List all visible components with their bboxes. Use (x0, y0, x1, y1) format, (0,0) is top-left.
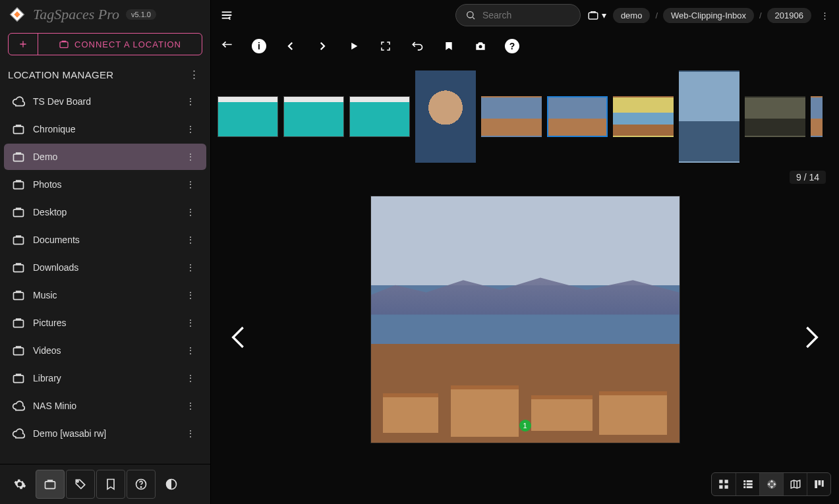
breadcrumb-item[interactable]: Web-Clipping-Inbox (663, 8, 754, 23)
gallery: 9 / 14 1 (211, 62, 839, 504)
search-input[interactable] (481, 9, 560, 21)
thumbnail[interactable] (283, 96, 344, 137)
settings-button[interactable] (5, 470, 34, 499)
app-version-badge: v5.1.0 (126, 9, 156, 20)
play-icon[interactable] (347, 39, 361, 53)
kanban-view-button[interactable] (807, 473, 830, 495)
topbar: ▾ demo / Web-Clipping-Inbox / 201906 ⋮ (211, 0, 839, 30)
briefcase-icon (12, 206, 25, 219)
location-item[interactable]: Videos ⋮ (4, 337, 206, 364)
toggle-sidebar-button[interactable] (217, 6, 236, 24)
briefcase-icon (12, 233, 25, 246)
location-item[interactable]: TS Dev Board ⋮ (4, 88, 206, 115)
location-label: Pictures (33, 318, 67, 328)
search-box[interactable] (455, 4, 581, 26)
location-menu-icon[interactable]: ⋮ (183, 290, 198, 300)
locations-tab-button[interactable] (36, 470, 65, 499)
svg-rect-31 (821, 480, 823, 487)
thumbnail[interactable] (349, 96, 410, 137)
location-menu-icon[interactable]: ⋮ (183, 235, 198, 245)
fullscreen-icon[interactable] (378, 39, 393, 53)
thumbnail[interactable] (613, 96, 674, 137)
location-menu-icon[interactable]: ⋮ (183, 318, 198, 328)
location-item[interactable]: Library ⋮ (4, 365, 206, 391)
list-view-button[interactable] (736, 473, 759, 495)
thumbnail[interactable] (811, 96, 823, 137)
gallery-view-button[interactable] (759, 473, 783, 495)
grid-view-button[interactable] (712, 473, 736, 495)
location-item[interactable]: Chronique ⋮ (4, 116, 206, 142)
bookmark-icon[interactable] (442, 39, 456, 53)
location-item[interactable]: Photos ⋮ (4, 171, 206, 198)
location-menu-icon[interactable]: ⋮ (183, 179, 198, 190)
cloud-icon (12, 427, 25, 440)
location-menu-icon[interactable]: ⋮ (183, 373, 198, 383)
location-menu-icon[interactable]: ⋮ (183, 401, 198, 411)
breadcrumb-menu-icon[interactable]: ⋮ (817, 11, 832, 20)
location-item[interactable]: Desktop ⋮ (4, 199, 206, 225)
next-image-button[interactable] (798, 316, 825, 358)
info-icon[interactable]: i (252, 39, 266, 53)
location-item[interactable]: Downloads ⋮ (4, 254, 206, 281)
location-menu-icon[interactable]: ⋮ (183, 207, 198, 217)
painting-placeholder (370, 196, 680, 443)
location-menu-icon[interactable]: ⋮ (183, 262, 198, 273)
svg-rect-5 (14, 237, 24, 244)
location-item[interactable]: Pictures ⋮ (4, 310, 206, 336)
svg-rect-6 (14, 265, 24, 272)
location-item[interactable]: NAS Minio ⋮ (4, 393, 206, 419)
location-item[interactable]: Demo ⋮ (4, 144, 206, 170)
thumbnail[interactable] (415, 70, 476, 163)
location-item[interactable]: Documents ⋮ (4, 227, 206, 253)
tags-tab-button[interactable] (66, 470, 95, 499)
connect-location-bar: CONNECT A LOCATION (8, 33, 202, 55)
tag-count-badge[interactable]: 1 (519, 420, 531, 432)
connect-location-label: CONNECT A LOCATION (74, 40, 181, 49)
redo-icon[interactable] (410, 39, 424, 53)
back-icon[interactable] (220, 39, 235, 53)
thumbnail[interactable] (679, 70, 739, 163)
location-menu-icon[interactable]: ⋮ (183, 152, 198, 162)
location-label: TS Dev Board (33, 96, 91, 107)
prev-icon[interactable] (283, 39, 298, 53)
svg-rect-26 (746, 484, 752, 486)
prev-image-button[interactable] (225, 316, 252, 358)
svg-rect-7 (14, 293, 24, 300)
connect-location-button[interactable]: CONNECT A LOCATION (38, 34, 202, 55)
location-item[interactable]: Music ⋮ (4, 282, 206, 308)
svg-rect-30 (818, 480, 821, 486)
cloud-icon (12, 399, 25, 412)
thumbnail[interactable] (481, 96, 542, 137)
thumbnail[interactable] (745, 96, 805, 137)
add-location-button[interactable] (9, 34, 38, 55)
thumbnail[interactable] (217, 96, 278, 137)
location-menu-icon[interactable]: ⋮ (183, 96, 198, 107)
location-dropdown[interactable]: ▾ (587, 9, 606, 21)
briefcase-icon (12, 316, 25, 329)
location-menu-icon[interactable]: ⋮ (183, 345, 198, 356)
location-menu-icon[interactable]: ⋮ (183, 428, 198, 439)
help-tab-button[interactable] (127, 470, 156, 499)
thumbnail[interactable] (547, 96, 608, 137)
location-label: Desktop (33, 207, 67, 217)
bookmarks-tab-button[interactable] (96, 470, 125, 499)
svg-point-12 (77, 481, 79, 483)
location-item[interactable]: Demo [wasabi rw] ⋮ (4, 420, 206, 447)
svg-rect-9 (14, 348, 24, 355)
help-icon[interactable]: ? (505, 39, 519, 53)
map-view-button[interactable] (783, 473, 807, 495)
breadcrumb-item[interactable]: 201906 (767, 8, 811, 23)
camera-icon[interactable] (473, 39, 488, 53)
briefcase-icon (12, 150, 25, 163)
theme-toggle-button[interactable] (157, 470, 186, 499)
location-manager-menu-icon[interactable]: ⋮ (187, 69, 202, 80)
sidebar: TagSpaces Pro v5.1.0 CONNECT A LOCATION … (0, 0, 211, 504)
location-menu-icon[interactable]: ⋮ (183, 124, 198, 134)
svg-point-14 (140, 487, 141, 488)
location-manager-header: LOCATION MANAGER ⋮ (0, 62, 210, 87)
briefcase-icon (12, 123, 25, 136)
main-image[interactable]: 1 (370, 196, 680, 443)
breadcrumb-item[interactable]: demo (613, 8, 651, 23)
next-icon[interactable] (315, 39, 330, 53)
svg-rect-23 (743, 480, 745, 482)
